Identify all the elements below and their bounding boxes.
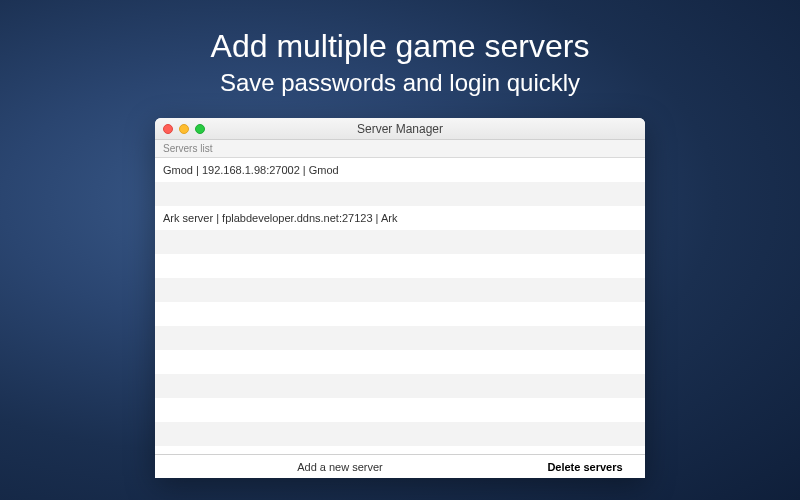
- add-server-button[interactable]: Add a new server: [155, 455, 525, 478]
- list-item[interactable]: [155, 350, 645, 374]
- toolbar: Add a new server Delete servers: [155, 454, 645, 478]
- list-item[interactable]: [155, 302, 645, 326]
- servers-list: Gmod | 192.168.1.98:27002 | Gmod Ark ser…: [155, 158, 645, 454]
- close-icon[interactable]: [163, 124, 173, 134]
- delete-servers-button[interactable]: Delete servers: [525, 455, 645, 478]
- promo-subtitle: Save passwords and login quickly: [0, 69, 800, 97]
- list-item[interactable]: [155, 422, 645, 446]
- maximize-icon[interactable]: [195, 124, 205, 134]
- list-item[interactable]: [155, 278, 645, 302]
- titlebar[interactable]: Server Manager: [155, 118, 645, 140]
- window-title: Server Manager: [155, 122, 645, 136]
- list-item[interactable]: [155, 398, 645, 422]
- minimize-icon[interactable]: [179, 124, 189, 134]
- list-item[interactable]: [155, 374, 645, 398]
- list-header: Servers list: [155, 140, 645, 158]
- promo-title: Add multiple game servers: [0, 28, 800, 65]
- list-item[interactable]: [155, 254, 645, 278]
- list-item[interactable]: Gmod | 192.168.1.98:27002 | Gmod: [155, 158, 645, 182]
- list-item[interactable]: Ark server | fplabdeveloper.ddns.net:271…: [155, 206, 645, 230]
- list-item[interactable]: [155, 230, 645, 254]
- traffic-lights: [155, 124, 205, 134]
- list-item[interactable]: [155, 182, 645, 206]
- app-window: Server Manager Servers list Gmod | 192.1…: [155, 118, 645, 478]
- list-item[interactable]: [155, 326, 645, 350]
